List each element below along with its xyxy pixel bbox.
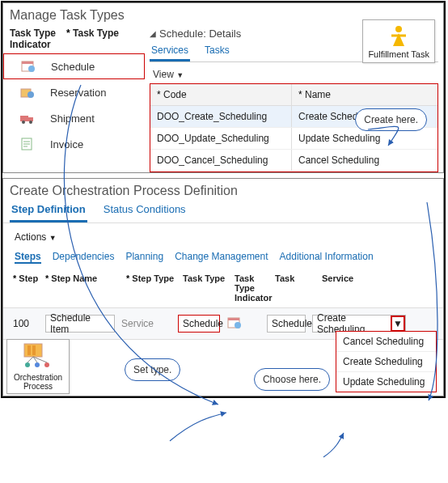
dropdown-arrow-icon[interactable]: ▼ — [391, 316, 405, 332]
svg-point-16 — [235, 322, 241, 328]
dropdown-option[interactable]: Update Scheduling — [336, 372, 436, 392]
tab-step-definition[interactable]: Step Definition — [10, 200, 87, 222]
callout-choose-here: Choose here. — [254, 368, 330, 391]
svg-point-20 — [25, 362, 30, 367]
grid-row[interactable]: DOO_Update_Scheduling Update Scheduling — [150, 128, 437, 150]
subtab-steps[interactable]: Steps — [15, 251, 41, 264]
chevron-down-icon: ▼ — [176, 71, 184, 79]
orchestration-process-panel: Create Orchestration Process Definition … — [2, 178, 444, 396]
shipment-icon — [19, 111, 36, 125]
col-name[interactable]: Name — [292, 84, 437, 105]
task-row-schedule[interactable]: Schedule — [3, 53, 145, 79]
subtab-planning[interactable]: Planning — [125, 251, 163, 264]
task-label: Shipment — [50, 112, 95, 125]
task-label: Schedule — [51, 61, 95, 73]
svg-point-13 — [395, 26, 402, 32]
actions-menu[interactable]: Actions ▼ — [3, 223, 443, 251]
view-menu[interactable]: View ▼ — [150, 62, 438, 83]
callout-create-here: Create here. — [355, 108, 427, 131]
subtab-change-management[interactable]: Change Management — [175, 251, 268, 264]
task-row-shipment[interactable]: Shipment — [3, 105, 145, 131]
svg-rect-18 — [27, 345, 31, 355]
service-select[interactable]: Create Scheduling ▼ — [312, 315, 406, 333]
reservation-icon — [19, 85, 36, 100]
dropdown-option[interactable]: Create Scheduling — [336, 352, 436, 372]
schedule-icon — [20, 59, 36, 74]
svg-point-8 — [29, 121, 32, 124]
col-task-type: Task Type — [66, 28, 119, 50]
service-dropdown: Cancel Scheduling Create Scheduling Upda… — [336, 331, 437, 392]
collapse-icon[interactable]: ◢ — [150, 29, 156, 38]
svg-rect-19 — [32, 345, 36, 355]
col-step: Step — [10, 272, 42, 304]
col-service: Service — [319, 272, 408, 304]
step-name-input[interactable]: Schedule Item — [45, 315, 115, 333]
schedule-icon — [226, 316, 243, 330]
subtab-dependencies[interactable]: Dependencies — [53, 251, 115, 264]
tab-status-conditions[interactable]: Status Conditions — [102, 200, 188, 222]
chevron-down-icon: ▼ — [49, 234, 57, 242]
col-task: Task — [272, 272, 319, 304]
svg-rect-15 — [228, 318, 239, 320]
subtab-additional-info[interactable]: Additional Information — [280, 251, 374, 264]
svg-point-7 — [22, 121, 25, 124]
svg-rect-5 — [20, 116, 28, 121]
dropdown-option[interactable]: Cancel Scheduling — [336, 332, 436, 352]
svg-point-2 — [28, 66, 35, 72]
tab-services[interactable]: Services — [150, 44, 190, 61]
task-row-invoice[interactable]: Invoice — [3, 131, 145, 157]
invoice-icon — [19, 137, 36, 151]
task-type-input[interactable]: Schedule — [178, 315, 220, 333]
svg-point-22 — [44, 362, 49, 367]
manage-task-types-panel: Manage Task Types Task Type Indicator Ta… — [2, 2, 444, 173]
task-row-reservation[interactable]: Reservation — [3, 79, 145, 105]
col-step-type: Step Type — [123, 272, 180, 304]
svg-point-4 — [27, 91, 34, 98]
callout-set-type: Set type. — [125, 358, 180, 381]
grid-row[interactable]: DOO_Cancel_Scheduling Cancel Scheduling — [150, 150, 437, 172]
cell-step: 100 — [10, 316, 42, 331]
orchestration-process-badge: Orchestration Process — [6, 339, 70, 394]
task-label: Invoice — [50, 138, 83, 150]
cell-task-indicator — [223, 314, 264, 334]
col-code[interactable]: Code — [150, 84, 292, 105]
col-step-name: Step Name — [42, 272, 123, 304]
col-task-type-indicator: Task Type Indicator — [231, 272, 272, 304]
col-task-type-indicator: Task Type Indicator — [10, 28, 66, 50]
fulfillment-task-badge: Fulfillment Task — [362, 19, 435, 63]
svg-point-21 — [35, 362, 40, 367]
tab-tasks[interactable]: Tasks — [203, 44, 231, 61]
page-title: Create Orchestration Process Definition — [3, 179, 443, 200]
svg-rect-1 — [22, 61, 33, 64]
task-label: Reservation — [50, 87, 106, 99]
task-input[interactable]: Schedule — [267, 315, 306, 333]
col-task-type: Task Type — [180, 272, 231, 304]
cell-step-type: Service — [118, 316, 175, 331]
